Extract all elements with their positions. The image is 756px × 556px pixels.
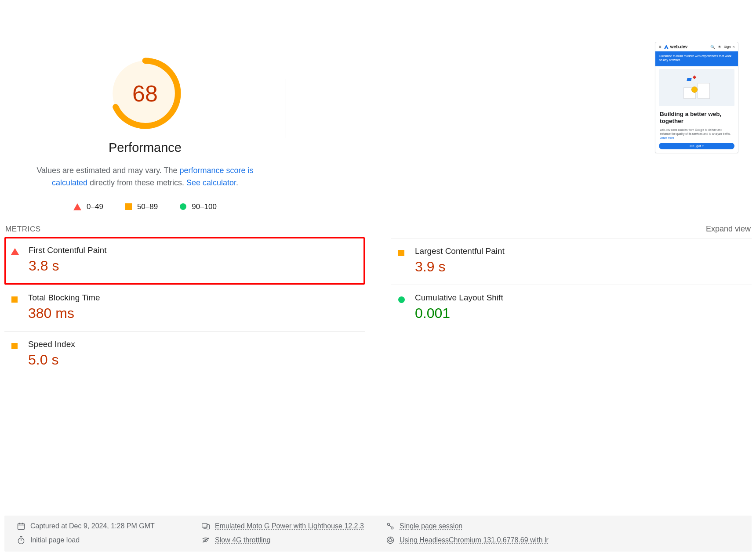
footer-session: Single page session [386, 522, 739, 531]
metric-value: 3.9 s [415, 259, 505, 275]
site-logo: web.dev [664, 44, 687, 49]
svg-point-8 [18, 538, 24, 544]
cookie-ok-button: OK, got it [659, 143, 734, 149]
desc-text-mid: directly from these metrics. [87, 178, 186, 187]
throttle-link[interactable]: Slow 4G throttling [215, 536, 270, 544]
score-panel: 68 Performance Values are estimated and … [4, 35, 286, 211]
svg-point-10 [389, 539, 392, 542]
metric-value: 380 ms [28, 305, 100, 321]
metric-label: First Contentful Paint [29, 246, 106, 255]
cookie-msg: web.dev uses cookies from Google to deli… [660, 128, 731, 135]
footer-load: Initial page load [17, 536, 201, 545]
square-icon [11, 293, 18, 303]
session-link[interactable]: Single page session [400, 522, 462, 530]
see-calculator-link[interactable]: See calculator [186, 178, 236, 187]
score-title: Performance [109, 141, 182, 155]
legend-mid-label: 50–89 [137, 202, 158, 211]
search-icon: 🔍 [710, 45, 715, 49]
captured-text: Captured at Dec 9, 2024, 1:28 PM GMT [30, 522, 155, 530]
footer-captured: Captured at Dec 9, 2024, 1:28 PM GMT [17, 522, 201, 531]
svg-rect-4 [202, 524, 207, 527]
learn-more-link: Learn more [660, 136, 674, 139]
network-icon [201, 536, 210, 545]
signin-text: Sign in [724, 45, 734, 49]
footer-device: Emulated Moto G Power with Lighthouse 12… [201, 522, 386, 531]
triangle-icon [73, 203, 81, 210]
legend-bad: 0–49 [73, 202, 103, 211]
circle-icon [180, 203, 186, 210]
metric-card[interactable]: Total Blocking Time380 ms [4, 285, 365, 331]
device-link[interactable]: Emulated Moto G Power with Lighthouse 12… [215, 522, 364, 530]
preview-illustration [659, 69, 734, 106]
menu-icon: ≡ [659, 44, 662, 49]
metric-value: 3.8 s [29, 258, 106, 274]
metric-value: 5.0 s [28, 352, 75, 368]
report-footer: Captured at Dec 9, 2024, 1:28 PM GMT Emu… [4, 516, 752, 552]
calendar-icon [17, 522, 25, 531]
metric-label: Cumulative Layout Shift [415, 293, 503, 303]
circle-icon [397, 293, 405, 303]
session-icon [386, 522, 395, 531]
load-text: Initial page load [30, 536, 80, 544]
svg-rect-3 [18, 524, 25, 529]
site-name: web.dev [670, 44, 687, 49]
legend-mid: 50–89 [125, 202, 158, 211]
chrome-icon [386, 536, 395, 545]
metric-value: 0.001 [415, 305, 503, 321]
preview-headline: Building a better web, together [655, 109, 738, 128]
desc-text-prefix: Values are estimated and may vary. The [36, 166, 179, 175]
preview-cookie-text: web.dev uses cookies from Google to deli… [655, 128, 738, 141]
score-value: 68 [109, 57, 182, 130]
metric-label: Total Blocking Time [28, 293, 100, 303]
legend-bad-label: 0–49 [87, 202, 103, 211]
square-icon [11, 339, 18, 349]
expand-view-toggle[interactable]: Expand view [706, 224, 751, 234]
theme-icon: ☀ [718, 45, 721, 49]
score-description: Values are estimated and may vary. The p… [22, 165, 268, 189]
metric-label: Speed Index [28, 339, 75, 349]
stopwatch-icon [17, 536, 25, 545]
page-screenshot-preview: ≡ web.dev 🔍 ☀ Sign in Guidance to build … [655, 42, 738, 153]
footer-throttle: Slow 4G throttling [201, 536, 386, 545]
metric-card[interactable]: Cumulative Layout Shift0.001 [391, 285, 752, 331]
browser-link[interactable]: Using HeadlessChromium 131.0.6778.69 wit… [400, 536, 549, 544]
metrics-grid: First Contentful Paint3.8 sLargest Conte… [4, 238, 752, 378]
preview-banner: Guidance to build modern web experiences… [655, 51, 738, 66]
score-legend: 0–49 50–89 90–100 [73, 202, 217, 211]
metric-label: Largest Contentful Paint [415, 246, 505, 256]
metric-card[interactable]: Largest Contentful Paint3.9 s [391, 238, 752, 285]
footer-browser: Using HeadlessChromium 131.0.6778.69 wit… [386, 536, 739, 545]
triangle-icon [11, 246, 19, 255]
metric-card[interactable]: First Contentful Paint3.8 s [4, 237, 365, 285]
legend-good: 90–100 [180, 202, 217, 211]
square-icon [125, 203, 132, 210]
square-icon [397, 246, 405, 256]
metrics-section-title: METRICS [5, 225, 41, 234]
devices-icon [201, 522, 210, 531]
legend-good-label: 90–100 [192, 202, 217, 211]
score-gauge: 68 [109, 57, 182, 130]
metric-card[interactable]: Speed Index5.0 s [4, 331, 365, 378]
desc-text-period: . [236, 178, 238, 187]
